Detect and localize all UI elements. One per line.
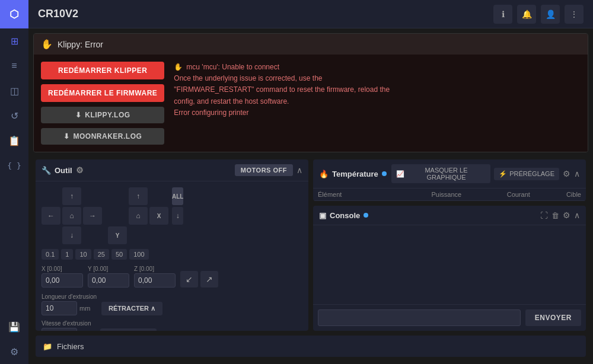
coordinates-row: X [0.00] Y [0.00] Z [0.00] ↙ ↗ — [42, 266, 302, 288]
more-button[interactable]: ⋮ — [565, 5, 584, 24]
page-title: CR10V2 — [38, 8, 493, 20]
hide-graph-button[interactable]: 📈 MASQUER LE GRAPHIQUE — [391, 164, 490, 183]
extrusion-length-input[interactable] — [42, 301, 77, 315]
temperature-collapse-icon[interactable]: ∧ — [574, 169, 580, 178]
send-button[interactable]: ENVOYER — [525, 309, 581, 326]
graph-icon: 📈 — [396, 170, 404, 178]
error-line-4: config, and restart the host software. — [174, 96, 390, 107]
sidebar-item-code[interactable]: { } — [0, 153, 28, 178]
jog-controls: ↑ ← ⌂ → ↓ ↑ ALL ⌂ — [42, 187, 302, 244]
x-minus-button[interactable]: ← — [42, 207, 60, 225]
z-minus-button[interactable]: ↓ — [172, 207, 183, 225]
tool-panel: 🔧 Outil ⚙ MOTORS OFF ∧ ↑ ← — [36, 159, 308, 331]
preset-button[interactable]: ⚡ PRÉRÉGLAGE — [494, 168, 559, 180]
z-plus-button[interactable]: ↑ — [129, 187, 148, 205]
z-jog-grid: ↑ ALL ⌂ X ↓ Y — [108, 187, 183, 244]
z-coord-input[interactable] — [134, 273, 176, 288]
sidebar-item-files[interactable]: ◫ — [0, 78, 28, 103]
console-collapse-icon[interactable]: ∧ — [574, 210, 580, 220]
history-icon: ↺ — [11, 110, 18, 122]
all-home-button[interactable]: ALL — [172, 187, 183, 205]
xy-home-button[interactable]: ⌂ — [62, 207, 81, 225]
extrusion-speed-input[interactable] — [42, 328, 77, 331]
step-50-button[interactable]: 50 — [111, 249, 127, 260]
sidebar-item-dashboard[interactable]: ⊞ — [0, 28, 28, 53]
console-clear-icon[interactable]: 🗑 — [551, 211, 559, 220]
code-icon: { } — [7, 161, 21, 170]
temp-col-element: Élément — [313, 189, 383, 201]
moonraker-log-button[interactable]: ⬇ MOONRAKER.LOG — [41, 128, 164, 145]
extrusion-speed-row: Vitesse d'extrusion mm/s EXTRUDER ∨ — [42, 320, 302, 331]
tool-icon: 🔧 — [42, 166, 51, 175]
sidebar-item-docs[interactable]: 📋 — [0, 128, 28, 153]
motors-off-button[interactable]: MOTORS OFF — [235, 164, 293, 176]
topbar-actions: ℹ 🔔 👤 ⋮ — [493, 5, 584, 24]
restart-klipper-button[interactable]: REDÉMARRER KLIPPER — [41, 62, 164, 79]
console-input[interactable] — [318, 309, 521, 326]
fichiers-title: Fichiers — [57, 342, 84, 351]
extrusion-length-input-row: mm — [42, 301, 97, 315]
z-home-button[interactable]: ⌂ — [129, 207, 148, 225]
main-content: CR10V2 ℹ 🔔 👤 ⋮ ✋ Klippy: Error REDÉMARRE… — [28, 0, 593, 364]
extrude-button[interactable]: EXTRUDER ∨ — [100, 328, 157, 331]
step-25-button[interactable]: 25 — [94, 249, 109, 260]
docs-icon: 📋 — [8, 135, 20, 146]
temperature-table: Élément Puissance Courant Cible — [313, 189, 586, 201]
retract-button[interactable]: RÉTRACTER ∧ — [101, 302, 162, 315]
tool-collapse-icon[interactable]: ∧ — [296, 165, 302, 175]
step-buttons: 0.1 1 10 25 50 100 — [42, 249, 302, 260]
error-message: ✋ mcu 'mcu': Unable to connect Once the … — [174, 62, 390, 145]
temp-col-target: Cible — [535, 189, 586, 201]
step-100-button[interactable]: 100 — [129, 249, 148, 260]
console-expand-icon[interactable]: ⛶ — [540, 211, 548, 220]
error-line-2: Once the underlying issue is corrected, … — [174, 73, 390, 84]
step-10-button[interactable]: 10 — [75, 249, 91, 260]
x-coord-input[interactable] — [42, 273, 83, 288]
restart-firmware-button[interactable]: REDÉMARRER LE FIRMWARE — [41, 84, 164, 102]
extrusion-length-row: Longueur d'extrusion mm RÉTRACTER ∧ — [42, 293, 302, 315]
coord-action-2-button[interactable]: ↗ — [200, 271, 218, 288]
extrusion-length-field: Longueur d'extrusion mm — [42, 293, 97, 315]
klippy-log-button[interactable]: ⬇ KLIPPY.LOG — [41, 107, 164, 123]
sidebar-item-save[interactable]: 💾 — [0, 314, 28, 339]
home-x-button[interactable]: X — [149, 207, 168, 225]
extrusion-length-label: Longueur d'extrusion — [42, 293, 97, 300]
home-y-button[interactable]: Y — [108, 226, 127, 244]
y-plus-button[interactable]: ↑ — [62, 187, 81, 205]
hand-icon-small: ✋ — [174, 62, 183, 73]
config-icon: ⚙ — [10, 346, 18, 357]
extrusion-speed-label: Vitesse d'extrusion — [42, 320, 95, 327]
sidebar-item-config[interactable]: ⚙ — [0, 339, 28, 364]
step-01-button[interactable]: 0.1 — [42, 249, 59, 260]
tool-panel-title: 🔧 Outil ⚙ — [42, 165, 230, 175]
y-minus-button[interactable]: ↓ — [62, 226, 81, 244]
step-1-button[interactable]: 1 — [61, 249, 73, 260]
temperature-panel-content: Élément Puissance Courant Cible — [313, 189, 586, 201]
y-coord-field: Y [0.00] — [88, 266, 129, 288]
sidebar-item-history[interactable]: ↺ — [0, 103, 28, 128]
tool-settings-icon[interactable]: ⚙ — [76, 165, 84, 175]
coord-action-1-button[interactable]: ↙ — [180, 271, 198, 288]
x-plus-button[interactable]: → — [83, 207, 102, 225]
sidebar-item-menu[interactable]: ≡ — [0, 53, 28, 78]
fichiers-bar: 📁 Fichiers — [36, 336, 586, 357]
save-icon: 💾 — [8, 321, 20, 333]
error-line-5: Error configuring printer — [174, 107, 390, 119]
notifications-button[interactable]: 🔔 — [517, 5, 536, 24]
download-icon-1: ⬇ — [75, 111, 82, 119]
user-button[interactable]: 👤 — [541, 5, 560, 24]
content-grid: 🔧 Outil ⚙ MOTORS OFF ∧ ↑ ← — [28, 157, 593, 364]
menu-icon: ≡ — [11, 60, 17, 71]
coord-actions: ↙ ↗ — [180, 271, 218, 288]
topbar: CR10V2 ℹ 🔔 👤 ⋮ — [28, 0, 593, 28]
console-settings-icon[interactable]: ⚙ — [563, 210, 570, 220]
app-logo[interactable]: ⬡ — [0, 0, 28, 28]
x-coord-field: X [0.00] — [42, 266, 83, 288]
info-button[interactable]: ℹ — [493, 5, 512, 24]
temperature-settings-icon[interactable]: ⚙ — [563, 169, 570, 178]
files-icon: ◫ — [10, 85, 19, 97]
dashboard-icon: ⊞ — [11, 36, 18, 47]
extrusion-speed-input-row: mm/s — [42, 328, 95, 331]
y-coord-input[interactable] — [88, 273, 129, 288]
console-icon: ▣ — [319, 211, 326, 220]
